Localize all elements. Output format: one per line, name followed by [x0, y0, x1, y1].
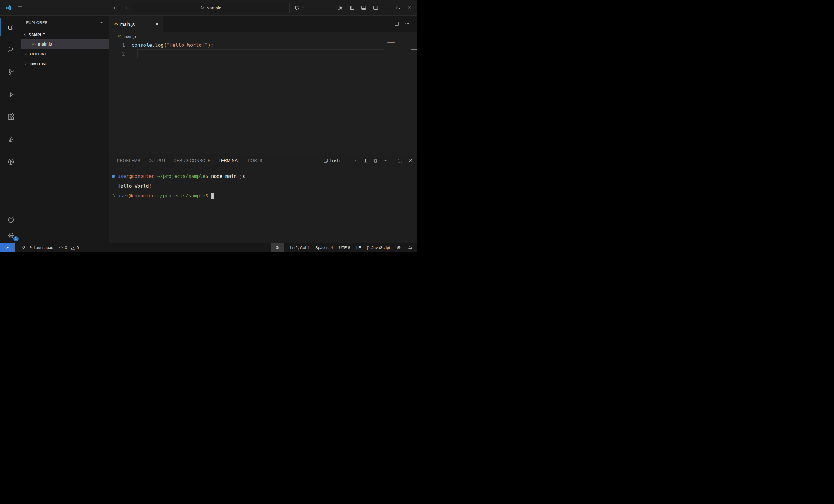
menu-hamburger-icon[interactable]	[17, 5, 22, 10]
activity-extensions[interactable]	[0, 108, 21, 126]
customize-layout-icon[interactable]	[337, 5, 343, 10]
timeline-label: TIMELINE	[30, 62, 48, 66]
editor-more-actions-icon[interactable]	[405, 21, 410, 26]
terminal-icon	[323, 158, 328, 163]
activity-source-control[interactable]	[0, 63, 21, 82]
terminal-content[interactable]: user@computer:~/projects/sample$ node ma…	[109, 167, 417, 243]
sidebar-title: EXPLORER	[26, 21, 48, 25]
kill-terminal-trash-icon[interactable]	[373, 158, 378, 163]
file-name: main.js	[38, 42, 52, 46]
window-minimize-icon[interactable]	[385, 5, 390, 10]
terminal-text: Hello World!	[117, 183, 152, 189]
close-panel-icon[interactable]	[408, 158, 413, 163]
activity-prism-extension[interactable]	[0, 130, 21, 149]
command-center-search[interactable]: sample	[132, 3, 290, 13]
code-editor[interactable]: 1 console.log("Hello World!"); 2	[109, 41, 417, 154]
account-icon	[7, 216, 15, 224]
toggle-secondary-sidebar-icon[interactable]	[373, 5, 378, 10]
chevron-down-icon	[23, 32, 27, 37]
terminal-cursor	[212, 193, 214, 199]
window-close-icon[interactable]	[407, 5, 412, 10]
tab-mainjs[interactable]: JS main.js	[109, 16, 163, 31]
activity-bar: 1	[0, 16, 21, 243]
shell-label: bash	[330, 158, 339, 163]
zoom-in-icon	[275, 245, 280, 250]
panel-tab-output[interactable]: OUTPUT	[148, 154, 166, 167]
terminal-line-2: Hello World!	[109, 181, 417, 191]
source-control-branch-icon	[7, 68, 15, 76]
launchpad-item[interactable]: Launchpad	[21, 243, 53, 252]
prompt-decoration-icon	[112, 194, 115, 197]
status-bar: Launchpad 0 0	[0, 243, 417, 252]
cursor-position-item[interactable]: Ln 2, Col 1	[290, 243, 309, 252]
timeline-section-header[interactable]: TIMELINE	[21, 59, 109, 69]
panel-tab-debug-console[interactable]: DEBUG CONSOLE	[174, 154, 211, 167]
workspace-section-header[interactable]: SAMPLE	[21, 30, 109, 40]
terminal-line-1: user@computer:~/projects/sample$ node ma…	[109, 171, 417, 181]
line-number: 2	[109, 51, 132, 57]
activity-explorer[interactable]	[0, 18, 21, 37]
panel-more-actions-icon[interactable]	[383, 158, 388, 163]
window-restore-icon[interactable]	[396, 5, 401, 10]
extensions-icon	[7, 113, 15, 121]
activity-search[interactable]	[0, 40, 21, 59]
nav-back-icon[interactable]	[112, 5, 118, 10]
nav-forward-icon[interactable]	[122, 5, 128, 10]
workspace-name: SAMPLE	[28, 32, 45, 37]
terminal-line-3: user@computer:~/projects/sample$	[109, 191, 417, 201]
error-icon	[59, 245, 63, 250]
activity-account[interactable]	[0, 213, 21, 227]
encoding-item[interactable]: UTF-8	[339, 243, 350, 252]
chevron-down-icon	[301, 6, 305, 9]
notifications-item[interactable]	[408, 243, 413, 252]
outline-label: OUTLINE	[30, 52, 47, 56]
copilot-menu-button[interactable]	[294, 5, 305, 11]
minimap-code-line	[387, 42, 395, 43]
vscode-window: sample	[0, 0, 417, 252]
bell-icon	[408, 245, 413, 250]
panel-tab-ports[interactable]: PORTS	[248, 154, 262, 167]
problems-item[interactable]: 0 0	[59, 243, 79, 252]
javascript-file-icon: JS	[114, 22, 118, 26]
braces-icon: {}	[367, 246, 370, 250]
copilot-icon	[396, 245, 401, 251]
breadcrumb-file: main.js	[124, 34, 137, 39]
eol-item[interactable]: LF	[356, 243, 361, 252]
file-item-mainjs[interactable]: JS main.js	[21, 40, 109, 49]
maximize-panel-icon[interactable]	[398, 158, 403, 163]
terminal-profiles-chevron-icon[interactable]	[354, 159, 358, 162]
toggle-panel-icon[interactable]	[361, 5, 367, 10]
settings-badge: 1	[13, 236, 19, 242]
panel-tab-terminal[interactable]: TERMINAL	[218, 154, 240, 167]
search-icon	[7, 46, 15, 53]
language-mode-item[interactable]: {} JavaScript	[367, 243, 390, 252]
new-terminal-icon[interactable]	[345, 158, 350, 163]
code-text: console.log("Hello World!");	[132, 42, 214, 48]
pyramid-icon	[7, 135, 15, 143]
breadcrumb[interactable]: JS main.js	[109, 31, 417, 41]
command-success-decoration-icon[interactable]	[112, 175, 115, 178]
search-value: sample	[207, 5, 221, 10]
divider	[393, 158, 393, 163]
editor-scrollbar-thumb[interactable]	[411, 49, 417, 50]
outline-section-header[interactable]: OUTLINE	[21, 49, 109, 59]
split-editor-icon[interactable]	[394, 21, 399, 26]
split-terminal-icon[interactable]	[363, 158, 368, 163]
javascript-file-icon: JS	[117, 34, 122, 38]
remote-indicator[interactable]	[0, 243, 15, 252]
copilot-status-item[interactable]	[396, 243, 401, 252]
zoom-indicator[interactable]	[270, 243, 284, 252]
error-count: 0	[65, 245, 67, 250]
tab-close-icon[interactable]	[155, 22, 159, 26]
activity-run-debug[interactable]	[0, 85, 21, 104]
explorer-more-actions-icon[interactable]	[99, 20, 104, 25]
files-icon	[7, 23, 15, 31]
toggle-primary-sidebar-icon[interactable]	[349, 5, 355, 10]
activity-graph-extension[interactable]	[0, 153, 21, 171]
bottom-panel: PROBLEMS OUTPUT DEBUG CONSOLE TERMINAL P…	[109, 154, 417, 243]
panel-tab-problems[interactable]: PROBLEMS	[117, 154, 140, 167]
warning-icon	[70, 245, 75, 250]
activity-settings[interactable]: 1	[0, 229, 21, 242]
terminal-shell-item[interactable]: bash	[323, 158, 339, 163]
indentation-item[interactable]: Spaces: 4	[315, 243, 333, 252]
